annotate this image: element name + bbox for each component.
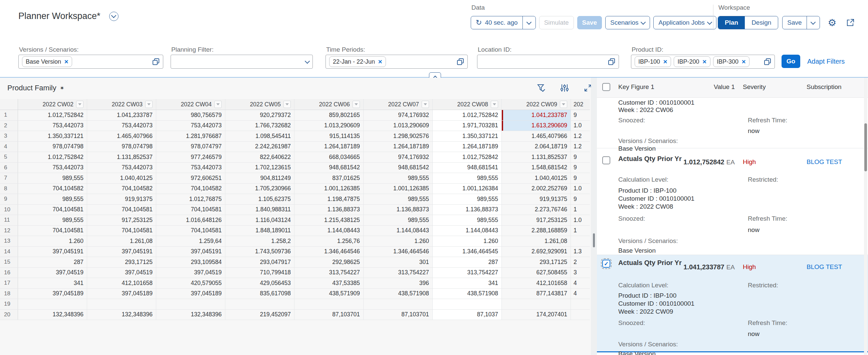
table-cell[interactable]: 837,01625 xyxy=(294,173,364,183)
table-cell[interactable]: 1.144,08443 xyxy=(364,226,433,236)
table-cell[interactable]: 753,442073 xyxy=(18,121,87,131)
table-cell[interactable]: 1.705,230966 xyxy=(225,184,294,194)
token-product-1[interactable]: IBP-100 ✕ xyxy=(634,56,671,67)
column-filter-icon[interactable] xyxy=(422,101,429,108)
scrollbar-thumb[interactable] xyxy=(864,123,867,171)
table-cell[interactable]: 1.041,233787 xyxy=(87,110,156,120)
table-cell[interactable]: 1.465,407966 xyxy=(87,131,156,141)
splitter-handle[interactable] xyxy=(593,233,595,247)
table-cell[interactable]: 1.264,187189 xyxy=(433,142,502,152)
table-cell[interactable]: 1.116,043124 xyxy=(225,215,294,225)
table-cell[interactable]: 1.131,852537 xyxy=(87,152,156,162)
table-cell[interactable]: 2.288,168859 xyxy=(502,226,571,236)
plan-tab[interactable]: Plan xyxy=(718,16,745,29)
data-save-button[interactable]: Save xyxy=(577,16,602,29)
table-cell[interactable]: 1.261,08 xyxy=(502,236,571,246)
table-cell[interactable]: 989,555 xyxy=(364,215,433,225)
table-cell[interactable]: 989,555 xyxy=(433,173,502,183)
table-cell[interactable]: 1.743,509736 xyxy=(225,247,294,257)
table-cell[interactable]: 438,571908 xyxy=(364,289,433,299)
alert-card[interactable]: Actuals Qty Prior Yr 1.012,752842EA High… xyxy=(597,148,868,255)
table-cell[interactable]: 1.264,187189 xyxy=(294,142,364,152)
table-cell[interactable]: 412,101658 xyxy=(502,278,571,288)
planning-filter-combobox[interactable] xyxy=(170,55,313,69)
table-cell[interactable]: 627,508455 xyxy=(502,268,571,278)
go-button[interactable]: Go xyxy=(781,55,800,68)
scenarios-button[interactable]: Scenarios xyxy=(605,16,650,29)
table-cell[interactable]: 948,681542 xyxy=(364,163,433,173)
table-settings-sliders-icon[interactable] xyxy=(560,84,569,92)
table-cell[interactable]: 287 xyxy=(433,257,502,267)
table-cell-clipped[interactable]: 4 xyxy=(571,289,590,299)
alert-checkbox[interactable] xyxy=(602,156,610,164)
table-cell[interactable]: 920,279372 xyxy=(225,110,294,120)
table-cell[interactable]: 420,579055 xyxy=(156,278,225,288)
table-cell[interactable]: 341 xyxy=(433,278,502,288)
table-cell[interactable]: 1.840,988311 xyxy=(225,205,294,215)
table-cell[interactable]: 753,442073 xyxy=(156,163,225,173)
settings-gear-icon[interactable]: ⚙ xyxy=(828,18,837,28)
table-cell-clipped[interactable]: 9 xyxy=(571,110,590,120)
table-cell[interactable]: 2.002,252769 xyxy=(502,184,571,194)
table-cell-clipped[interactable]: 1 xyxy=(571,226,590,236)
table-cell[interactable]: 397,045189 xyxy=(87,289,156,299)
table-cell[interactable] xyxy=(87,299,156,309)
table-cell[interactable]: 397,045191 xyxy=(87,247,156,257)
table-cell[interactable]: 1.136,88373 xyxy=(364,205,433,215)
table-cell[interactable]: 704,104581 xyxy=(156,226,225,236)
table-cell-clipped[interactable]: 9 xyxy=(571,163,590,173)
token-product-3[interactable]: IBP-300 ✕ xyxy=(713,56,749,67)
table-cell[interactable]: 293,17125 xyxy=(87,257,156,267)
refresh-chevron-down-icon[interactable] xyxy=(523,16,535,29)
table-cell[interactable]: 219,452097 xyxy=(225,310,294,320)
table-cell[interactable]: 1.012,752842 xyxy=(18,110,87,120)
product-id-input[interactable]: IBP-100 ✕ IBP-200 ✕ IBP-300 ✕ xyxy=(631,55,775,69)
table-cell[interactable] xyxy=(156,299,225,309)
table-cell[interactable]: 1.346,464545 xyxy=(433,247,502,257)
table-cell[interactable]: 1.013,290609 xyxy=(294,121,364,131)
location-id-input[interactable] xyxy=(477,55,619,69)
table-cell[interactable]: 1.613,290609 xyxy=(502,121,571,131)
table-cell[interactable]: 292,98625 xyxy=(294,257,364,267)
table-cell[interactable]: 704,104582 xyxy=(87,184,156,194)
value-help-icon[interactable] xyxy=(457,58,464,65)
simulate-button[interactable]: Simulate xyxy=(539,16,574,29)
table-cell[interactable]: 1.971,703281 xyxy=(433,121,502,131)
table-cell-clipped[interactable] xyxy=(571,236,590,246)
select-all-checkbox[interactable] xyxy=(602,83,610,91)
table-cell[interactable]: 2.064,18719 xyxy=(502,142,571,152)
table-cell[interactable]: 1.105,62375 xyxy=(225,194,294,204)
table-cell-clipped[interactable]: 9 xyxy=(571,194,590,204)
table-cell[interactable]: 753,442073 xyxy=(87,163,156,173)
table-cell-clipped[interactable]: 3 xyxy=(571,268,590,278)
table-cell[interactable]: 989,555 xyxy=(18,215,87,225)
table-cell-clipped[interactable] xyxy=(571,310,590,320)
table-cell[interactable]: 313,754227 xyxy=(433,268,502,278)
table-cell[interactable]: 753,442073 xyxy=(87,121,156,131)
table-cell[interactable]: 915,114135 xyxy=(294,131,364,141)
table-cell-clipped[interactable]: 1.0 xyxy=(571,121,590,131)
table-cell[interactable] xyxy=(433,299,502,309)
token-remove-icon[interactable]: ✕ xyxy=(64,59,68,65)
table-cell[interactable]: 753,442073 xyxy=(18,163,87,173)
table-cell[interactable]: 1.215,438125 xyxy=(294,215,364,225)
token-remove-icon[interactable]: ✕ xyxy=(663,59,668,65)
table-cell[interactable]: 1.258,2 xyxy=(225,236,294,246)
subscription-link[interactable]: BLOG TEST xyxy=(807,158,842,166)
token-base-version[interactable]: Base Version ✕ xyxy=(22,56,72,67)
token-remove-icon[interactable]: ✕ xyxy=(378,59,382,65)
versions-scenarios-input[interactable]: Base Version ✕ xyxy=(18,55,163,69)
table-cell-clipped[interactable]: 1 xyxy=(571,205,590,215)
workspace-save-split-button[interactable]: Save xyxy=(782,16,819,29)
table-cell[interactable]: 1.259,64 xyxy=(156,236,225,246)
table-cell[interactable] xyxy=(225,299,294,309)
save-chevron-down-icon[interactable] xyxy=(807,16,819,29)
table-cell[interactable]: 859,802165 xyxy=(294,110,364,120)
table-cell[interactable]: 397,045189 xyxy=(18,289,87,299)
table-cell[interactable]: 822,640622 xyxy=(225,152,294,162)
table-cell[interactable]: 1.346,464546 xyxy=(364,247,433,257)
column-filter-icon[interactable] xyxy=(283,101,291,108)
table-cell[interactable]: 1.281,976687 xyxy=(156,131,225,141)
table-cell[interactable]: 1.001,126385 xyxy=(294,184,364,194)
table-cell[interactable]: 989,555 xyxy=(433,194,502,204)
